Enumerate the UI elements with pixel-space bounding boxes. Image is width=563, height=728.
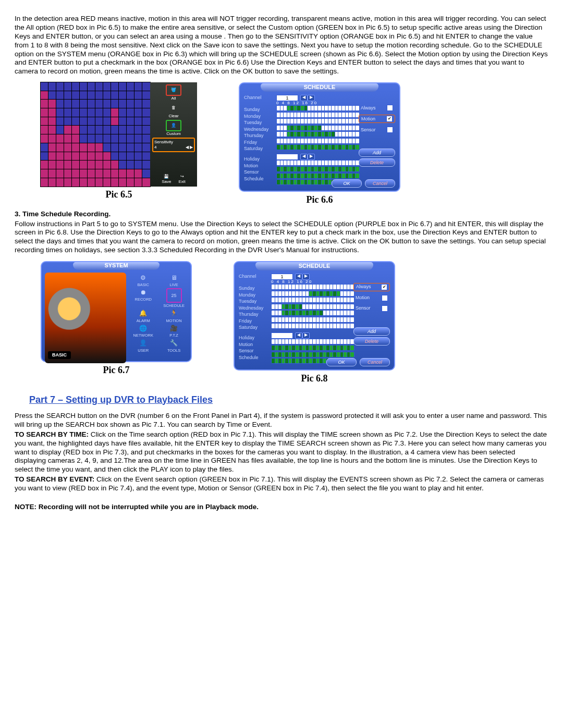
ok-button[interactable]: OK bbox=[332, 179, 362, 188]
delete-button[interactable]: Delete bbox=[359, 158, 395, 167]
ok-button-68[interactable]: OK bbox=[326, 358, 357, 366]
chk-always-68[interactable]: ✔ bbox=[381, 284, 387, 290]
bar68-sat[interactable] bbox=[271, 323, 354, 329]
add-button[interactable]: Add bbox=[359, 149, 395, 157]
opt-sensor[interactable]: Sensor bbox=[359, 126, 395, 133]
chk-sensor[interactable] bbox=[387, 127, 393, 133]
menu-record[interactable]: ⏺RECORD bbox=[129, 288, 157, 308]
para7b: Click on the Time search option (RED box… bbox=[15, 430, 547, 474]
menu-schedule[interactable]: 25SCHEDULE bbox=[160, 288, 188, 308]
label-monday-68: Monday bbox=[239, 292, 269, 298]
para7b-wrap: TO SEARCH BY TIME: Click on the Time sea… bbox=[15, 430, 548, 474]
all-icon[interactable]: 🪣 bbox=[166, 84, 181, 96]
opt-sensor-68[interactable]: Sensor bbox=[353, 305, 390, 312]
search-by-event-label: TO SEARCH BY EVENT: bbox=[15, 475, 96, 483]
opt-always[interactable]: Always bbox=[359, 104, 395, 112]
custom-icon[interactable]: 👤 bbox=[166, 120, 181, 131]
bar-fri[interactable] bbox=[276, 138, 360, 144]
para-tsr: Follow instructions in Part 5 to go to S… bbox=[15, 220, 548, 255]
holiday-input-68[interactable] bbox=[271, 332, 293, 339]
bar-sun[interactable] bbox=[276, 105, 360, 111]
label-saturday-68: Saturday bbox=[239, 325, 269, 330]
schedule-grid-68: 1 ◀▶ 0 4 8 12 16 20 ◀▶ bbox=[271, 274, 354, 365]
cancel-button[interactable]: Cancel bbox=[365, 179, 395, 188]
channel-next[interactable]: ▶ bbox=[308, 95, 315, 101]
system-preview: BASIC bbox=[45, 273, 126, 363]
bar68-h3[interactable] bbox=[271, 352, 354, 357]
add-button-68[interactable]: Add bbox=[353, 327, 390, 336]
holiday-prev[interactable]: ◀ bbox=[300, 154, 308, 160]
delete-button-68[interactable]: Delete bbox=[353, 337, 390, 346]
menu-ptz[interactable]: 🎥P.T.Z bbox=[160, 324, 188, 338]
bar-tue[interactable] bbox=[276, 118, 360, 124]
holiday-input[interactable] bbox=[276, 154, 298, 160]
bar-h3[interactable] bbox=[276, 173, 360, 179]
holiday-prev-68[interactable]: ◀ bbox=[295, 332, 302, 339]
chk-motion[interactable]: ✔ bbox=[386, 116, 393, 122]
heading-tsr: 3. Time Schedule Recording. bbox=[15, 210, 111, 218]
bar68-sun[interactable] bbox=[271, 284, 354, 290]
schedule-title: SCHEDULE bbox=[261, 83, 378, 92]
schedule-options: Always Motion✔ Sensor bbox=[359, 104, 395, 133]
menu-live[interactable]: 🖥LIVE bbox=[160, 274, 188, 287]
holiday-next-68[interactable]: ▶ bbox=[302, 332, 310, 339]
figure-6-8: SCHEDULE Channel Sunday Monday Tuesday W… bbox=[234, 261, 395, 385]
save-icon[interactable]: 💾 bbox=[164, 174, 169, 179]
para7c-wrap: TO SEARCH BY EVENT: Click on the Event s… bbox=[15, 475, 548, 493]
opt-motion[interactable]: Motion✔ bbox=[359, 115, 395, 123]
label-thursday: Thursday bbox=[244, 133, 274, 139]
label-sensor: Sensor bbox=[244, 169, 274, 175]
label-friday: Friday bbox=[244, 140, 274, 145]
channel-next-68[interactable]: ▶ bbox=[302, 274, 310, 280]
channel-input[interactable]: 1 bbox=[276, 95, 298, 101]
bar-h2[interactable] bbox=[276, 166, 360, 172]
schedule-options-68: Always✔ Motion Sensor bbox=[353, 283, 390, 312]
schedule-panel-66: SCHEDULE Channel Sunday Monday Tuesday W… bbox=[239, 82, 400, 192]
bar68-tue[interactable] bbox=[271, 297, 354, 303]
bar68-wed[interactable] bbox=[271, 304, 354, 310]
bar68-h1[interactable] bbox=[271, 339, 354, 344]
label-sunday: Sunday bbox=[244, 107, 274, 113]
opt-always-68[interactable]: Always✔ bbox=[353, 283, 390, 291]
menu-tools[interactable]: 🔧TOOLS bbox=[160, 339, 188, 353]
label-motion-68: Motion bbox=[239, 342, 269, 348]
bar-mon[interactable] bbox=[276, 112, 360, 118]
bar68-thu[interactable] bbox=[271, 310, 354, 316]
sensitivity-value: 4 bbox=[154, 145, 156, 150]
opt-motion-68[interactable]: Motion bbox=[353, 294, 390, 302]
chk-sensor-68[interactable] bbox=[382, 305, 388, 312]
bar68-h2[interactable] bbox=[271, 345, 354, 351]
label-saturday: Saturday bbox=[244, 146, 274, 152]
menu-basic[interactable]: ⚙BASIC bbox=[129, 274, 157, 287]
menu-alarm[interactable]: 🔔ALARM bbox=[129, 310, 157, 323]
playback-note: NOTE: Recording will not be interrupted … bbox=[15, 503, 548, 512]
bar-thu[interactable] bbox=[276, 131, 360, 137]
schedule-grid: 1 ◀▶ 0 4 8 12 16 20 ◀▶ bbox=[276, 95, 360, 186]
sensitivity-box[interactable]: Sensitivity 4 ◀ ▶ bbox=[152, 138, 195, 152]
clear-icon[interactable]: 🗑 bbox=[166, 102, 181, 114]
label-wednesday: Wednesday bbox=[244, 127, 274, 132]
motion-side-panel: 🪣 All 🗑 Clear 👤 Custom Sensitivity 4 ◀ ▶… bbox=[150, 82, 197, 187]
exit-icon[interactable]: ↪ bbox=[180, 174, 184, 179]
channel-prev-68[interactable]: ◀ bbox=[295, 274, 302, 280]
holiday-next[interactable]: ▶ bbox=[308, 154, 315, 160]
channel-input-68[interactable]: 1 bbox=[271, 274, 293, 280]
chk-always[interactable] bbox=[387, 105, 393, 111]
motion-grid-panel: 🪣 All 🗑 Clear 👤 Custom Sensitivity 4 ◀ ▶… bbox=[41, 82, 197, 187]
clear-label: Clear bbox=[168, 114, 178, 119]
bar68-fri[interactable] bbox=[271, 317, 354, 323]
channel-prev[interactable]: ◀ bbox=[300, 95, 308, 101]
bar-wed[interactable] bbox=[276, 125, 360, 131]
menu-user[interactable]: 👤USER bbox=[129, 339, 157, 353]
bar-sat[interactable] bbox=[276, 144, 360, 150]
bar68-mon[interactable] bbox=[271, 291, 354, 297]
menu-network[interactable]: 🌐NETWORK bbox=[129, 324, 157, 338]
figure-6-5: 🪣 All 🗑 Clear 👤 Custom Sensitivity 4 ◀ ▶… bbox=[41, 82, 197, 201]
custom-label: Custom bbox=[166, 131, 181, 137]
menu-motion[interactable]: 🏃MOTION bbox=[160, 310, 188, 323]
figure-6-6: SCHEDULE Channel Sunday Monday Tuesday W… bbox=[239, 82, 400, 206]
cancel-button-68[interactable]: Cancel bbox=[360, 358, 390, 366]
bar-h1[interactable] bbox=[276, 160, 360, 166]
para7a: Press the SEARCH button on the DVR (numb… bbox=[15, 412, 548, 429]
chk-motion-68[interactable] bbox=[382, 295, 388, 301]
